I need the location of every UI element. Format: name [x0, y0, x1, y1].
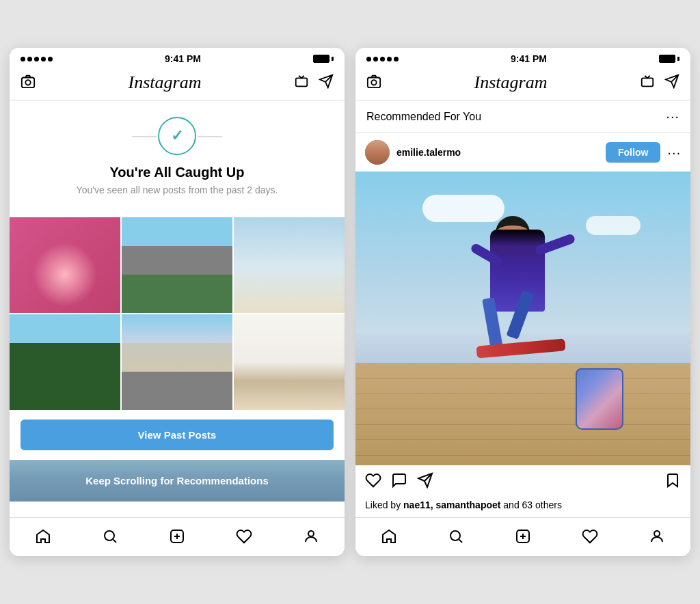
- instagram-logo-1: Instagram: [129, 72, 202, 93]
- camera-icon-2[interactable]: [366, 74, 381, 92]
- actions-left: [365, 472, 433, 493]
- nav-search-1[interactable]: [96, 526, 124, 547]
- nav-bar-2: Instagram: [355, 67, 690, 100]
- nav-add-1[interactable]: [163, 526, 191, 547]
- avatar: [365, 140, 390, 165]
- liked-by-text: Liked by nae11, samanthapoet and 63 othe…: [365, 499, 562, 510]
- like-icon[interactable]: [365, 472, 381, 493]
- phone-1: 9:41 PM Instagram: [10, 48, 345, 556]
- recommended-title: Recommended For You: [366, 111, 481, 123]
- grid-photo-5: [122, 314, 232, 410]
- status-bar-2: 9:41 PM: [355, 48, 690, 67]
- post-image: [355, 171, 690, 465]
- svg-rect-2: [296, 78, 308, 86]
- svg-point-3: [105, 531, 114, 540]
- post-username[interactable]: emilie.talermo: [396, 147, 461, 158]
- send-icon[interactable]: [319, 74, 334, 92]
- photo-grid: [10, 217, 345, 410]
- divider-right: [198, 136, 222, 137]
- post-more-icon[interactable]: ···: [667, 145, 681, 161]
- check-icon: ✓: [171, 127, 183, 145]
- tv-icon[interactable]: [294, 74, 309, 92]
- bottom-nav-2: [355, 517, 690, 556]
- nav-left-2: [366, 74, 381, 92]
- battery-icon-1: [313, 55, 334, 63]
- post-header: emilie.talermo Follow ···: [355, 133, 690, 171]
- nav-home-2[interactable]: [375, 526, 403, 547]
- svg-point-7: [371, 80, 376, 85]
- nav-heart-2[interactable]: [576, 526, 604, 547]
- instagram-logo-2: Instagram: [474, 72, 548, 93]
- caught-up-subtitle: You've seen all new posts from the past …: [77, 184, 278, 195]
- likes-row: Liked by nae11, samanthapoet and 63 othe…: [355, 499, 690, 517]
- svg-rect-0: [22, 77, 34, 87]
- svg-point-5: [308, 531, 314, 536]
- phone1-content: ✓ You're All Caught Up You've seen all n…: [10, 100, 345, 517]
- skater: [456, 216, 593, 387]
- comment-icon[interactable]: [391, 472, 407, 493]
- status-time-2: 9:41 PM: [511, 53, 547, 64]
- nav-home-1[interactable]: [29, 526, 57, 547]
- phone-2: 9:41 PM Instagram: [355, 48, 690, 556]
- svg-rect-8: [642, 78, 654, 86]
- bottom-nav-1: [10, 517, 345, 556]
- keep-scrolling-banner: Keep Scrolling for Recommendations: [10, 460, 345, 502]
- svg-rect-6: [368, 77, 380, 87]
- status-time-1: 9:41 PM: [165, 53, 201, 64]
- keep-scrolling-label: Keep Scrolling for Recommendations: [85, 475, 269, 486]
- nav-icons-right-1: [294, 74, 334, 92]
- camera-icon[interactable]: [21, 74, 36, 92]
- view-past-posts-button[interactable]: View Past Posts: [21, 420, 334, 450]
- grid-photo-1: [10, 217, 120, 313]
- grid-photo-2: [122, 217, 232, 313]
- nav-icons-right-2: [640, 74, 679, 92]
- tv-icon-2[interactable]: [640, 74, 655, 92]
- post-actions: [355, 465, 690, 499]
- cloud-2: [586, 216, 641, 235]
- grid-photo-6: [234, 314, 345, 410]
- nav-profile-1[interactable]: [297, 526, 325, 547]
- nav-add-2[interactable]: [509, 526, 537, 547]
- recommended-header: Recommended For You ···: [355, 100, 690, 133]
- post-user-info: emilie.talermo: [365, 140, 461, 165]
- status-bar-1: 9:41 PM: [10, 48, 345, 67]
- skate-scene: [355, 171, 690, 465]
- recommended-more-icon[interactable]: ···: [666, 109, 679, 124]
- divider-left: [132, 136, 157, 137]
- follow-button[interactable]: Follow: [606, 142, 660, 163]
- caught-up-title: You're All Caught Up: [110, 165, 245, 180]
- check-circle: ✓: [158, 117, 196, 155]
- post-header-right: Follow ···: [606, 142, 681, 163]
- svg-point-1: [25, 80, 30, 85]
- nav-bar-1: Instagram: [10, 67, 345, 100]
- share-icon[interactable]: [417, 472, 433, 493]
- battery-icon-2: [659, 55, 679, 63]
- save-icon[interactable]: [664, 472, 681, 493]
- nav-profile-2[interactable]: [643, 526, 671, 547]
- signal-dots: [21, 57, 53, 61]
- nav-search-2[interactable]: [442, 526, 470, 547]
- grid-photo-3: [234, 217, 345, 313]
- caught-up-section: ✓ You're All Caught Up You've seen all n…: [10, 100, 345, 206]
- svg-point-9: [450, 531, 460, 540]
- send-icon-2[interactable]: [664, 74, 679, 92]
- nav-left-1: [21, 74, 36, 92]
- svg-point-11: [654, 531, 660, 536]
- signal-dots-2: [366, 57, 399, 61]
- grid-photo-4: [10, 314, 120, 410]
- nav-heart-1[interactable]: [230, 526, 258, 547]
